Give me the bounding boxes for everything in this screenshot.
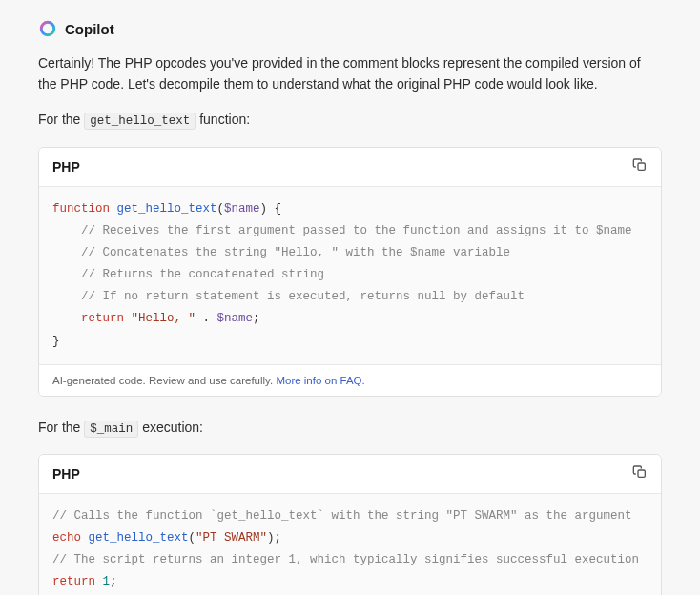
code-number: 1 (103, 575, 111, 588)
code-block-1: PHP function get_hello_text($name) { // … (38, 147, 662, 397)
code-comment: // The script returns an integer 1, whic… (52, 553, 639, 566)
text: function: (196, 112, 250, 127)
code-punct: } (52, 335, 60, 348)
code-punct: ; (110, 575, 117, 588)
code-string: "Hello, " (132, 312, 196, 325)
code-punct: ) { (260, 202, 282, 215)
intro-paragraph-1: Certainly! The PHP opcodes you've provid… (38, 53, 662, 94)
svg-rect-2 (638, 470, 645, 477)
code-keyword: return (52, 575, 95, 588)
code-comment: // Concatenates the string "Hello, " wit… (81, 246, 510, 259)
code-punct: ); (267, 531, 281, 544)
code-string: "PT SWARM" (196, 531, 267, 544)
code-var: $name (224, 202, 260, 215)
code-punct: . (196, 312, 217, 325)
code-punct: ; (253, 312, 260, 325)
code-comment: // Calls the function `get_hello_text` w… (52, 509, 632, 523)
code-header: PHP (39, 455, 661, 494)
language-label: PHP (52, 159, 80, 174)
code-body: // Calls the function `get_hello_text` w… (39, 494, 661, 595)
code-footer: AI-generated code. Review and use carefu… (39, 364, 661, 396)
inline-code-main: $_main (84, 421, 138, 438)
copy-icon (632, 464, 648, 483)
faq-link[interactable]: More info on FAQ. (276, 375, 364, 386)
code-fn-name: get_hello_text (89, 531, 189, 544)
text: For the (38, 420, 84, 435)
code-comment: // Returns the concatenated string (81, 268, 324, 281)
intro-paragraph-2: For the get_hello_text function: (38, 110, 662, 131)
disclaimer-text: AI-generated code. Review and use carefu… (52, 375, 276, 386)
copy-button[interactable] (632, 157, 648, 176)
code-punct: ( (217, 202, 225, 215)
inline-code-fn: get_hello_text (84, 113, 196, 130)
code-keyword: function (52, 202, 110, 215)
assistant-name: Copilot (65, 21, 114, 37)
code-body: function get_hello_text($name) { // Rece… (39, 187, 661, 364)
code-block-2: PHP // Calls the function `get_hello_tex… (38, 454, 662, 595)
language-label: PHP (52, 466, 80, 482)
copy-icon (632, 157, 648, 176)
code-header: PHP (39, 148, 661, 187)
text: For the (38, 112, 84, 127)
mid-paragraph: For the $_main execution: (38, 418, 662, 439)
copilot-logo-icon (38, 19, 57, 38)
response-header: Copilot (38, 19, 662, 38)
code-comment: // Receives the first argument passed to… (81, 224, 632, 237)
code-comment: // If no return statement is executed, r… (81, 290, 525, 303)
copy-button[interactable] (632, 464, 648, 483)
svg-rect-1 (638, 163, 645, 170)
code-fn-name: get_hello_text (117, 202, 217, 215)
code-punct: ( (189, 531, 196, 544)
text: execution: (138, 420, 203, 435)
code-keyword: echo (52, 531, 81, 544)
code-keyword: return (81, 312, 124, 325)
svg-point-0 (41, 22, 54, 35)
code-var: $name (217, 312, 254, 325)
